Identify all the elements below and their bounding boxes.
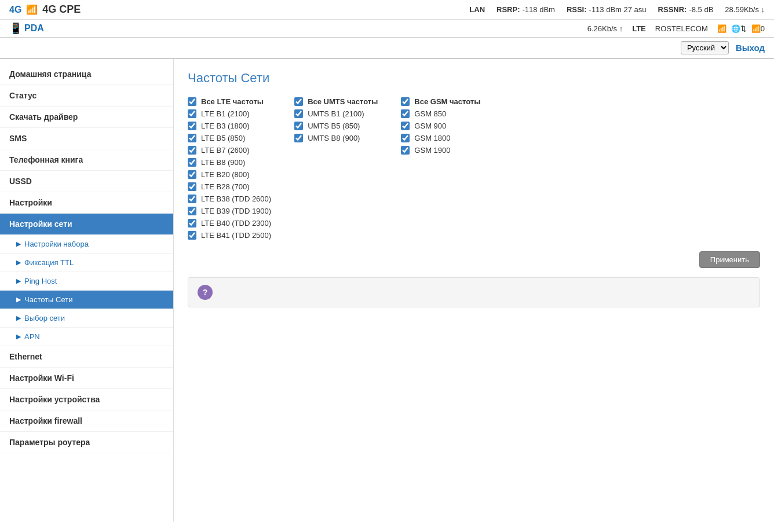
logo-area: 4G 📶 4G CPE xyxy=(9,3,81,16)
speed-down: 28.59Kb/s ↓ xyxy=(725,5,765,14)
checkbox-lte-b28[interactable] xyxy=(188,182,196,191)
sidebar-subitem-apn[interactable]: ▶ APN xyxy=(0,328,173,346)
lte-b1-label: LTE B1 (2100) xyxy=(201,109,250,118)
header-second: 📱 PDA 6.26Kb/s ↑ LTE ROSTELECOM 📶 🌐⇅ 📶0 xyxy=(0,20,774,38)
subitem-label-ttl: Фиксация TTL xyxy=(24,258,74,267)
sidebar-subitem-network-select[interactable]: ▶ Выбор сети xyxy=(0,309,173,328)
checkbox-lte-b1[interactable] xyxy=(188,109,196,118)
sidebar-item-firewall[interactable]: Настройки firewall xyxy=(0,410,173,432)
gsm-1900-label: GSM 1900 xyxy=(414,146,450,155)
wifi-icon: 📶 xyxy=(26,4,38,15)
apply-button[interactable]: Применить xyxy=(699,251,760,268)
umts-column: Все UMTS частоты UMTS B1 (2100) UMTS B5 … xyxy=(294,97,378,240)
checkbox-lte-b8[interactable] xyxy=(188,158,196,167)
checkbox-lte-b39[interactable] xyxy=(188,207,196,215)
page-title: Частоты Сети xyxy=(188,71,760,86)
checkbox-row-lte-b41: LTE B41 (TDD 2500) xyxy=(188,231,271,240)
language-select[interactable]: Русский xyxy=(681,41,729,54)
checkbox-lte-b40[interactable] xyxy=(188,219,196,228)
checkbox-row-lte-b38: LTE B38 (TDD 2600) xyxy=(188,195,271,203)
sidebar-item-status[interactable]: Статус xyxy=(0,85,173,107)
sidebar-item-home[interactable]: Домашняя страница xyxy=(0,64,173,85)
checkbox-row-lte-b40: LTE B40 (TDD 2300) xyxy=(188,219,271,228)
subitem-label-ping: Ping Host xyxy=(24,277,57,285)
sidebar-item-ethernet[interactable]: Ethernet xyxy=(0,346,173,368)
checkbox-gsm-1800[interactable] xyxy=(401,134,410,142)
checkbox-row-umts-b8: UMTS B8 (900) xyxy=(294,134,378,142)
sidebar-item-device-settings[interactable]: Настройки устройства xyxy=(0,389,173,410)
checkbox-lte-b20[interactable] xyxy=(188,170,196,179)
checkbox-lte-b38[interactable] xyxy=(188,195,196,203)
lte-b5-label: LTE B5 (850) xyxy=(201,134,245,142)
checkbox-row-gsm-1900: GSM 1900 xyxy=(401,146,480,155)
checkbox-gsm-1900[interactable] xyxy=(401,146,410,155)
sidebar-subitem-ttl-fix[interactable]: ▶ Фиксация TTL xyxy=(0,254,173,272)
rssi-value: -113 dBm 27 asu xyxy=(589,5,647,14)
checkbox-umts-b1[interactable] xyxy=(294,109,303,118)
checkbox-row-umts-b1: UMTS B1 (2100) xyxy=(294,109,378,118)
signal-bars-icon: 📶 xyxy=(717,24,726,33)
checkbox-lte-b3[interactable] xyxy=(188,122,196,130)
checkbox-umts-b5[interactable] xyxy=(294,122,303,130)
subitem-label-netsel: Выбор сети xyxy=(24,314,65,322)
arrow-icon: ▶ xyxy=(16,259,21,266)
rsrp-label: RSRP: xyxy=(496,5,520,14)
subitem-label-dial: Настройки набора xyxy=(24,240,89,248)
arrow-icon: ▶ xyxy=(16,240,21,248)
gsm-850-label: GSM 850 xyxy=(414,109,446,118)
checkbox-row-umts-b5: UMTS B5 (850) xyxy=(294,122,378,130)
rsrp-value: -118 dBm xyxy=(523,5,555,14)
gsm-1800-label: GSM 1800 xyxy=(414,134,450,142)
sidebar-subitem-ping-host[interactable]: ▶ Ping Host xyxy=(0,272,173,291)
checkbox-lte-all[interactable] xyxy=(188,97,196,106)
checkbox-lte-b7[interactable] xyxy=(188,146,196,155)
lte-column: Все LTE частоты LTE B1 (2100) LTE B3 (18… xyxy=(188,97,271,240)
header-stats: LAN RSRP: -118 dBm RSSI: -113 dBm 27 asu… xyxy=(469,5,765,14)
pda-icon: 📱 xyxy=(9,22,22,35)
sidebar-item-sms[interactable]: SMS xyxy=(0,128,173,149)
sidebar-item-router-params[interactable]: Параметры роутера xyxy=(0,432,173,453)
checkbox-row-gsm-all: Все GSM частоты xyxy=(401,97,480,106)
checkbox-umts-b8[interactable] xyxy=(294,134,303,142)
checkbox-row-umts-all: Все UMTS частоты xyxy=(294,97,378,106)
checkbox-umts-all[interactable] xyxy=(294,97,303,106)
rssnr-value: -8.5 dB xyxy=(689,5,713,14)
operator-name: ROSTELECOM xyxy=(655,24,708,33)
lte-b39-label: LTE B39 (TDD 1900) xyxy=(201,207,271,215)
sidebar-item-network-settings[interactable]: Настройки сети xyxy=(0,214,173,235)
sidebar-item-wifi-settings[interactable]: Настройки Wi-Fi xyxy=(0,368,173,389)
arrow-icon: ▶ xyxy=(16,314,21,322)
checkbox-gsm-all[interactable] xyxy=(401,97,410,106)
lte-b20-label: LTE B20 (800) xyxy=(201,170,250,179)
header-top: 4G 📶 4G CPE LAN RSRP: -118 dBm RSSI: -11… xyxy=(0,0,774,20)
checkbox-row-lte-all: Все LTE частоты xyxy=(188,97,271,106)
checkbox-row-gsm-850: GSM 850 xyxy=(401,109,480,118)
4g-icon: 4G xyxy=(9,5,21,15)
umts-b5-label: UMTS B5 (850) xyxy=(308,122,360,130)
checkbox-gsm-850[interactable] xyxy=(401,109,410,118)
wifi-connections-icon: 📶0 xyxy=(751,24,765,33)
checkbox-lte-b41[interactable] xyxy=(188,231,196,240)
sidebar-item-phonebook[interactable]: Телефонная книга xyxy=(0,149,173,171)
rssnr-label: RSSNR: xyxy=(658,5,687,14)
rssnr-stat: RSSNR: -8.5 dB xyxy=(658,5,714,14)
sidebar-subitem-dial-settings[interactable]: ▶ Настройки набора xyxy=(0,235,173,254)
sidebar-subitem-network-freq[interactable]: ▶ Частоты Сети xyxy=(0,291,173,309)
checkbox-gsm-900[interactable] xyxy=(401,122,410,130)
logout-button[interactable]: Выход xyxy=(736,43,765,53)
checkbox-row-gsm-1800: GSM 1800 xyxy=(401,134,480,142)
checkbox-row-lte-b3: LTE B3 (1800) xyxy=(188,122,271,130)
checkbox-lte-b5[interactable] xyxy=(188,134,196,142)
sidebar-item-settings[interactable]: Настройки xyxy=(0,192,173,214)
data-transfer-icon: 🌐⇅ xyxy=(731,24,747,33)
sidebar-item-ussd[interactable]: USSD xyxy=(0,171,173,192)
checkbox-row-lte-b5: LTE B5 (850) xyxy=(188,134,271,142)
subitem-label-apn: APN xyxy=(24,332,40,341)
sidebar-item-download-driver[interactable]: Скачать драйвер xyxy=(0,107,173,128)
lte-b38-label: LTE B38 (TDD 2600) xyxy=(201,195,271,203)
header-second-right: 6.26Kb/s ↑ LTE ROSTELECOM 📶 🌐⇅ 📶0 xyxy=(587,24,765,33)
lte-all-label: Все LTE частоты xyxy=(201,97,264,106)
lte-b40-label: LTE B40 (TDD 2300) xyxy=(201,219,271,228)
lte-b3-label: LTE B3 (1800) xyxy=(201,122,250,130)
umts-b1-label: UMTS B1 (2100) xyxy=(308,109,364,118)
